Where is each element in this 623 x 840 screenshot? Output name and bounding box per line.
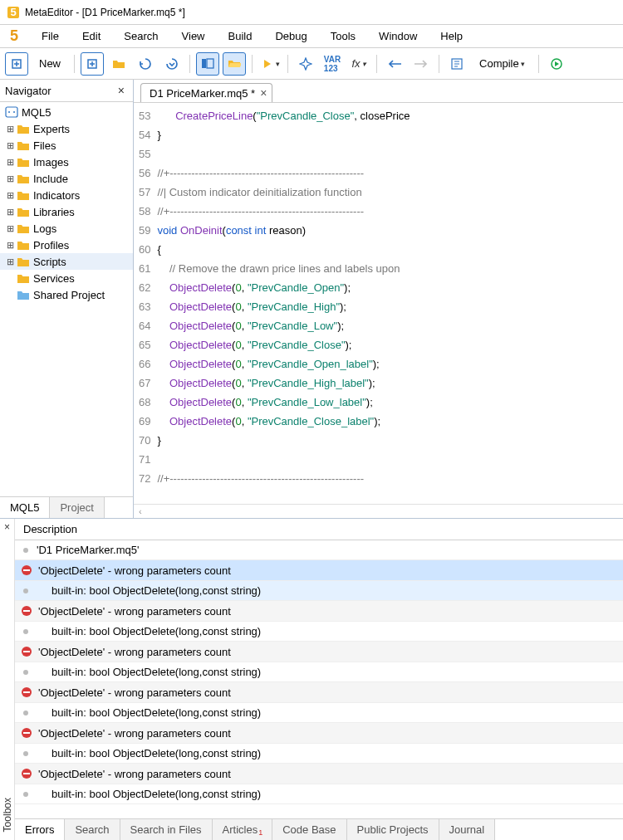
tree-item-scripts[interactable]: ⊞Scripts (0, 253, 133, 270)
toolbox-list[interactable]: 'D1 PriceMarker.mq5''ObjectDelete' - wro… (15, 540, 623, 818)
toolbox-row-text: built-in: bool ObjectDelete(long,const s… (52, 625, 261, 637)
toolbox-tab-errors[interactable]: Errors (15, 819, 65, 840)
tree-item-images[interactable]: ⊞Images (0, 154, 133, 170)
show-toolbox-button[interactable] (223, 52, 246, 76)
svg-rect-18 (23, 691, 30, 693)
error-icon (20, 645, 33, 658)
tree-item-libraries[interactable]: ⊞Libraries (0, 203, 133, 220)
toolbox-row[interactable]: 'ObjectDelete' - wrong parameters count (15, 764, 623, 784)
tree-item-services[interactable]: Services (0, 270, 133, 286)
expander-icon[interactable]: ⊞ (5, 207, 15, 217)
menu-view[interactable]: View (170, 27, 217, 46)
svg-point-10 (13, 111, 15, 113)
toolbox-tab-public-projects[interactable]: Public Projects (347, 819, 439, 840)
toolbox-row-text: 'ObjectDelete' - wrong parameters count (38, 564, 231, 577)
forward-button[interactable] (410, 52, 433, 76)
tree-item-label: Scripts (33, 256, 66, 268)
expander-icon[interactable]: ⊞ (5, 140, 15, 151)
new-button[interactable]: New (32, 52, 68, 76)
open-file-button[interactable] (107, 52, 130, 76)
toolbox-column-header[interactable]: Description (15, 519, 623, 540)
toolbox-tab-search[interactable]: Search (65, 819, 120, 840)
menu-search[interactable]: Search (112, 27, 169, 46)
toolbox-row[interactable]: 'ObjectDelete' - wrong parameters count (15, 723, 623, 744)
code-body[interactable]: CreatePriceLine("PrevCandle_Close", clos… (157, 103, 623, 504)
var-icon[interactable]: VAR123 (321, 52, 344, 76)
navigator-tabs: MQL5Project (0, 496, 133, 518)
debug-start-button[interactable] (545, 52, 568, 76)
show-navigator-button[interactable] (196, 52, 219, 76)
tree-root[interactable]: MQL5 (0, 104, 133, 120)
nav-tab-project[interactable]: Project (50, 497, 104, 518)
tree-item-experts[interactable]: ⊞Experts (0, 120, 133, 137)
tree-item-profiles[interactable]: ⊞Profiles (0, 237, 133, 253)
menu-debug[interactable]: Debug (263, 27, 318, 46)
tree-item-label: Experts (33, 123, 70, 135)
toolbox-row-text: built-in: bool ObjectDelete(long,const s… (52, 788, 261, 800)
expander-icon[interactable]: ⊞ (5, 190, 15, 201)
toolbox-tab-search-in-files[interactable]: Search in Files (120, 819, 213, 840)
toolbox-row[interactable]: built-in: bool ObjectDelete(long,const s… (15, 703, 623, 723)
toolbox-row[interactable]: 'ObjectDelete' - wrong parameters count (15, 642, 623, 662)
tree-item-include[interactable]: ⊞Include (0, 170, 133, 187)
toolbox-row[interactable]: 'D1 PriceMarker.mq5' (15, 540, 623, 560)
expander-icon[interactable]: ⊞ (5, 157, 15, 168)
fx-button[interactable]: fx▾ (347, 52, 370, 76)
expander-icon[interactable]: ⊞ (5, 173, 15, 184)
tree-item-shared-project[interactable]: Shared Project (0, 286, 133, 303)
back-button[interactable] (383, 52, 406, 76)
nav-tab-mql5[interactable]: MQL5 (0, 497, 50, 518)
compile-button[interactable]: Compile ▾ (472, 52, 532, 76)
menu-window[interactable]: Window (367, 27, 429, 46)
toolbox-tab-articles[interactable]: Articles1 (213, 819, 273, 840)
expander-icon[interactable]: ⊞ (5, 223, 15, 234)
menu-edit[interactable]: Edit (71, 27, 112, 46)
toolbox-row[interactable]: 'ObjectDelete' - wrong parameters count (15, 601, 623, 622)
toolbox-tab-code-base[interactable]: Code Base (272, 819, 346, 840)
svg-rect-5 (207, 59, 213, 68)
tree-item-indicators[interactable]: ⊞Indicators (0, 187, 133, 203)
tree-item-label: Profiles (33, 239, 69, 252)
tree-item-logs[interactable]: ⊞Logs (0, 220, 133, 237)
editor-tab-close-icon[interactable]: × (260, 86, 267, 100)
expander-icon[interactable]: ⊞ (5, 124, 15, 134)
toolbox-close-icon[interactable]: × (4, 519, 10, 535)
tree-item-files[interactable]: ⊞Files (0, 137, 133, 154)
toolbox-row[interactable]: 'ObjectDelete' - wrong parameters count (15, 560, 623, 581)
svg-rect-20 (23, 732, 30, 734)
bullet-icon (23, 792, 28, 797)
bullet-icon (23, 629, 28, 634)
code-editor[interactable]: 5354555657585960616263646566676869707172… (134, 103, 623, 504)
undo-icon[interactable] (134, 52, 157, 76)
menu-file[interactable]: File (30, 27, 71, 46)
toolbox-row[interactable]: built-in: bool ObjectDelete(long,const s… (15, 581, 623, 601)
new-file-button[interactable] (5, 52, 28, 76)
ai-spark-icon[interactable] (294, 52, 317, 76)
run-button[interactable]: ▾ (258, 52, 282, 76)
editor-tab[interactable]: D1 PriceMarker.mq5 * × (140, 83, 272, 102)
new-button-alt[interactable] (81, 52, 104, 76)
error-icon (20, 767, 33, 780)
toolbox-row[interactable]: built-in: bool ObjectDelete(long,const s… (15, 784, 623, 804)
compile-icon[interactable] (445, 52, 468, 76)
toolbox-row[interactable]: built-in: bool ObjectDelete(long,const s… (15, 662, 623, 682)
bullet-icon (23, 751, 28, 756)
menu-build[interactable]: Build (217, 27, 264, 46)
navigator-close-icon[interactable]: × (115, 84, 128, 97)
folder-icon (16, 238, 31, 252)
menu-help[interactable]: Help (429, 27, 474, 46)
toolbox-row[interactable]: built-in: bool ObjectDelete(long,const s… (15, 744, 623, 764)
menu-tools[interactable]: Tools (319, 27, 367, 46)
toolbox-row[interactable]: 'ObjectDelete' - wrong parameters count (15, 682, 623, 703)
folder-icon (16, 188, 31, 202)
expander-icon[interactable]: ⊞ (5, 256, 15, 267)
main-area: Navigator × MQL5 ⊞Experts⊞Files⊞Images⊞I… (0, 80, 623, 518)
editor-hscroll[interactable]: ‹ (134, 504, 623, 518)
toolbox-row[interactable]: built-in: bool ObjectDelete(long,const s… (15, 622, 623, 642)
save-all-icon[interactable] (160, 52, 184, 76)
expander-icon[interactable]: ⊞ (5, 240, 15, 251)
toolbox-tab-journal[interactable]: Journal (439, 819, 496, 840)
app-icon: 5 (7, 6, 20, 19)
navigator-tree[interactable]: MQL5 ⊞Experts⊞Files⊞Images⊞Include⊞Indic… (0, 102, 133, 496)
tree-root-label: MQL5 (22, 106, 51, 119)
